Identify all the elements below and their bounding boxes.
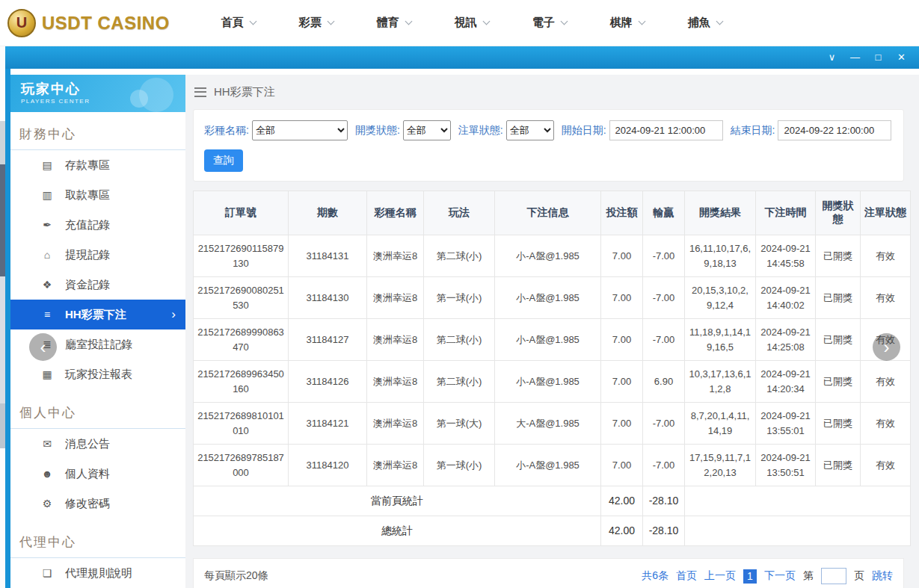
sidebar-item-player-bet-report[interactable]: ▦玩家投注報表 xyxy=(10,359,185,389)
column-header-win-loss: 輸贏 xyxy=(643,191,685,235)
draw-status-select[interactable]: 全部 xyxy=(403,120,451,140)
sidebar-item-announcements[interactable]: ✉消息公告 xyxy=(10,429,185,459)
filter-label: 結束日期: xyxy=(731,124,775,137)
first-page-link[interactable]: 首页 xyxy=(676,569,697,583)
sidebar-item-recharge-record[interactable]: ✒充值記錄 xyxy=(10,210,185,240)
cell-lottery-name: 澳洲幸运8 xyxy=(367,235,424,277)
nav-item-label: 彩票 xyxy=(299,16,322,30)
background-fragment xyxy=(0,403,5,448)
cell-lottery-name: 澳洲幸运8 xyxy=(367,319,424,361)
casino-logo[interactable]: U USDT CASINO xyxy=(7,9,170,37)
cell-draw-result: 10,3,17,13,6,11,2,8 xyxy=(685,361,756,403)
sidebar-item-agent-rules[interactable]: ❏代理規則說明 xyxy=(10,558,185,588)
cell-bet-info: 小-A盤@1.985 xyxy=(495,361,601,403)
carousel-right-arrow-icon[interactable]: › xyxy=(873,333,900,361)
cell-period: 31184121 xyxy=(289,403,367,445)
table-row: 215217269008025153031184130澳洲幸运8第一球(小)小-… xyxy=(194,277,911,319)
cell-win-loss: -7.00 xyxy=(643,277,685,319)
start-date-input[interactable] xyxy=(609,120,723,140)
sidebar-item-change-password[interactable]: ⚙修改密碼 xyxy=(10,489,185,519)
column-header-draw-status: 開獎狀態 xyxy=(816,191,861,235)
sidebar-item-label: 提現記錄 xyxy=(65,248,110,262)
sidebar-item-label: 廳室投註記錄 xyxy=(65,338,132,352)
nav-item-label: 電子 xyxy=(532,16,555,30)
end-date-input[interactable] xyxy=(778,120,891,140)
cell-order-no: 2152172689990863470 xyxy=(194,319,289,361)
sidebar-item-hh-lottery-bet[interactable]: ≡HH彩票下注› xyxy=(10,300,185,329)
cell-lottery-name: 澳洲幸运8 xyxy=(367,445,424,486)
nav-item-slots[interactable]: 電子 xyxy=(511,16,588,30)
cell-order-no: 2152172690115879130 xyxy=(194,235,289,277)
column-header-period: 期數 xyxy=(289,191,367,235)
cell-lottery-name: 澳洲幸运8 xyxy=(367,403,424,445)
sidebar-item-cashout-record[interactable]: ⌂提現記錄 xyxy=(10,240,185,270)
search-button[interactable]: 查詢 xyxy=(204,149,243,172)
cell-play-type: 第一球(小) xyxy=(424,445,495,486)
sidebar-item-profile[interactable]: ☻個人資料 xyxy=(10,459,185,489)
cell-bet-time: 2024-09-21 13:55:01 xyxy=(756,403,816,445)
lottery-name-select[interactable]: 全部 xyxy=(252,120,348,140)
cell-order-no: 2152172689810101010 xyxy=(194,403,289,445)
cell-draw-status: 已開獎 xyxy=(816,319,861,361)
table-panel: 訂單號期數彩種名稱玩法下注信息投注額輸贏開獎結果下注時間開獎狀態注單狀態2152… xyxy=(193,191,904,546)
cell-draw-status: 已開獎 xyxy=(816,445,861,486)
cell-period: 31184131 xyxy=(289,235,367,277)
cell-bet-amount: 7.00 xyxy=(601,319,643,361)
sidebar-item-funds-record[interactable]: ❖資金記錄 xyxy=(10,270,185,300)
nav-item-label: 視訊 xyxy=(455,16,477,30)
nav-item-live-video[interactable]: 視訊 xyxy=(433,16,511,30)
nav-item-fishing[interactable]: 捕魚 xyxy=(666,16,744,30)
filter-label: 開獎狀態: xyxy=(355,124,400,137)
menu-toggle-icon[interactable] xyxy=(194,87,206,97)
column-header-order-no: 訂單號 xyxy=(194,191,289,235)
cell-bet-info: 小-A盤@1.985 xyxy=(495,235,601,277)
window-collapse-button[interactable]: ∨ xyxy=(820,46,843,69)
pager: 共6条 首页 上一页 1 下一页 第 页 跳转 xyxy=(642,568,893,584)
cell-draw-status: 已開獎 xyxy=(816,361,861,403)
sidebar-item-deposit-zone[interactable]: ▤存款專區 xyxy=(10,150,185,180)
change-password-icon: ⚙ xyxy=(40,498,54,510)
agent-rules-icon: ❏ xyxy=(40,567,54,579)
nav-item-card-games[interactable]: 棋牌 xyxy=(588,16,666,30)
players-center-header: 玩家中心 PLAYERS CENTER xyxy=(10,75,185,112)
filter-label: 開始日期: xyxy=(562,124,606,137)
nav-item-home[interactable]: 首頁 xyxy=(200,16,277,30)
jump-label-suffix: 页 xyxy=(854,569,864,583)
cell-order-no: 2152172689963450160 xyxy=(194,361,289,403)
nav-item-lottery[interactable]: 彩票 xyxy=(277,16,355,30)
sidebar-item-withdrawal-zone[interactable]: ▥取款專區 xyxy=(10,180,185,210)
cell-order-no: 2152172689785187000 xyxy=(194,445,289,486)
cell-bet-amount: 7.00 xyxy=(601,403,643,445)
pagination-bar: 每頁顯示20條 共6条 首页 上一页 1 下一页 第 页 跳转 xyxy=(193,558,904,588)
cell-order-status: 有效 xyxy=(861,445,911,486)
prev-page-link[interactable]: 上一页 xyxy=(704,569,736,583)
carousel-left-arrow-icon[interactable]: ‹ xyxy=(29,333,57,361)
cell-bet-amount: 7.00 xyxy=(601,445,643,486)
announcement-icon: ✉ xyxy=(40,438,54,450)
cell-order-status: 有效 xyxy=(861,235,911,277)
cell-bet-time: 2024-09-21 13:50:51 xyxy=(756,445,816,486)
jump-page-input[interactable] xyxy=(821,568,846,584)
cell-draw-result: 16,11,10,17,6,9,18,13 xyxy=(685,235,756,277)
next-page-link[interactable]: 下一页 xyxy=(764,569,796,583)
summary-win-loss-total: -28.10 xyxy=(643,516,685,546)
window-close-button[interactable]: ✕ xyxy=(890,46,913,69)
window-content: 玩家中心 PLAYERS CENTER 財務中心▤存款專區▥取款專區✒充值記錄⌂… xyxy=(5,69,919,588)
summary-empty-cell xyxy=(685,516,911,546)
jump-button[interactable]: 跳转 xyxy=(872,569,893,583)
nav-item-sports[interactable]: 體育 xyxy=(355,16,433,30)
cell-play-type: 第二球(小) xyxy=(424,319,495,361)
table-header-row: 訂單號期數彩種名稱玩法下注信息投注額輸贏開獎結果下注時間開獎狀態注單狀態 xyxy=(194,191,911,235)
table-row: 215217268981010101031184121澳洲幸运8第一球(大)大-… xyxy=(194,403,911,445)
jump-label-prefix: 第 xyxy=(803,569,814,583)
current-page[interactable]: 1 xyxy=(743,569,757,584)
window-minimize-button[interactable]: — xyxy=(843,46,867,69)
sidebar: 玩家中心 PLAYERS CENTER 財務中心▤存款專區▥取款專區✒充值記錄⌂… xyxy=(10,75,185,588)
cell-period: 31184126 xyxy=(289,361,367,403)
window-maximize-button[interactable]: □ xyxy=(867,46,890,69)
cell-order-status: 有效 xyxy=(861,277,911,319)
cell-bet-time: 2024-09-21 14:20:34 xyxy=(756,361,816,403)
nav-item-label: 體育 xyxy=(377,16,399,30)
chevron-right-icon: › xyxy=(171,307,176,322)
order-status-select[interactable]: 全部 xyxy=(506,120,554,140)
